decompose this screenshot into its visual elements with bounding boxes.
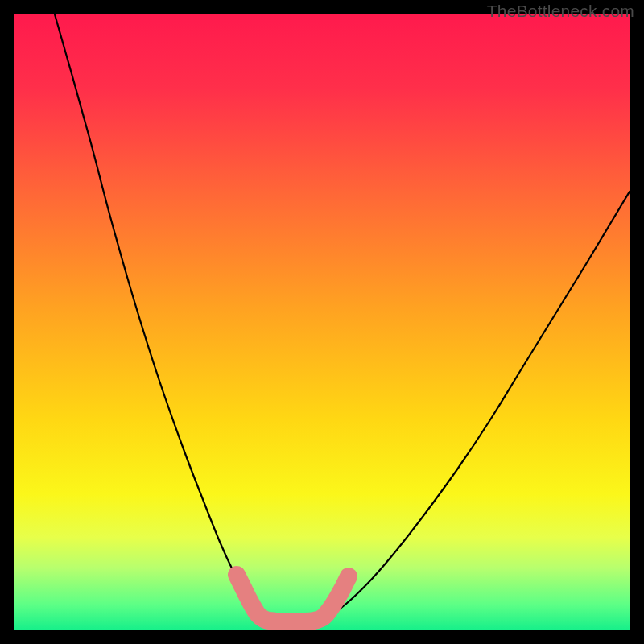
series-left-curve bbox=[55, 14, 267, 620]
watermark-text: TheBottleneck.com bbox=[487, 2, 634, 21]
markers-group bbox=[237, 575, 349, 621]
curve-plot bbox=[14, 14, 630, 630]
marker-band bbox=[237, 575, 349, 621]
curves-group bbox=[55, 14, 630, 621]
chart-area bbox=[14, 14, 630, 630]
series-right-curve bbox=[318, 192, 630, 621]
